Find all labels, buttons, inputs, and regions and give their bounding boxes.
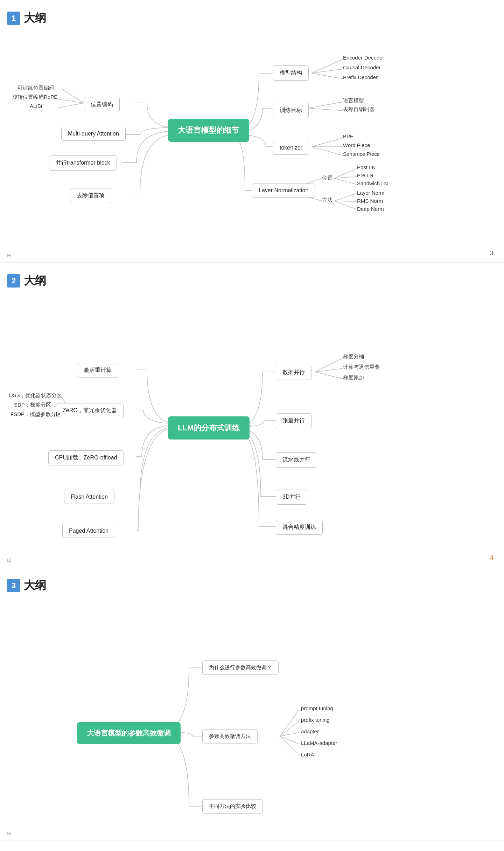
mindmap-2: LLM的分布式训练 数据并行 梯度分桶 计算与通信重叠 梯度累加 张量并行 流水… bbox=[7, 296, 497, 562]
node-3d-parallel: 3D并行 bbox=[276, 490, 307, 505]
page-icon-1: ⊞ bbox=[7, 252, 11, 258]
node-sandwich-ln: Sandwich LN bbox=[357, 180, 388, 186]
svg-line-16 bbox=[61, 89, 84, 103]
section-title-1: 大纲 bbox=[24, 11, 46, 26]
section-title-2: 大纲 bbox=[24, 273, 46, 289]
center-node-1: 大语言模型的细节 bbox=[168, 119, 249, 142]
node-gradient-bucket: 梯度分桶 bbox=[343, 353, 364, 360]
svg-line-13 bbox=[334, 193, 357, 201]
mindmap-3: 大语言模型的参数高效微调 为什么进行参数高效微调？ 参数高效微调方法 promp… bbox=[7, 600, 497, 838]
node-gradient-accum: 梯度累加 bbox=[343, 374, 364, 381]
svg-line-0 bbox=[312, 59, 343, 73]
node-method-label: 方法 bbox=[322, 197, 332, 203]
section-1: 1 大纲 bbox=[0, 0, 504, 263]
svg-line-14 bbox=[334, 201, 357, 201]
node-mixed-precision: 混合精度训练 bbox=[276, 520, 323, 535]
section-number-3: 3 bbox=[7, 579, 20, 592]
section-number-1: 1 bbox=[7, 12, 20, 25]
svg-line-27 bbox=[280, 733, 299, 736]
section-title-3: 大纲 bbox=[24, 578, 46, 593]
section-3: 3 大纲 大语言模型的参数高效微调 为什么进行参数高效微调？ 参数高效微调方法 … bbox=[0, 567, 504, 840]
lines-svg-1 bbox=[7, 33, 497, 264]
node-paged-attention: Paged Attention bbox=[62, 524, 115, 538]
svg-line-28 bbox=[280, 736, 299, 744]
center-node-3: 大语言模型的参数高效微调 bbox=[77, 722, 181, 744]
node-tensor-parallel: 张量并行 bbox=[276, 413, 312, 428]
section-header-3: 3 大纲 bbox=[7, 578, 497, 593]
node-position-label: 位置 bbox=[322, 175, 332, 181]
svg-line-15 bbox=[334, 201, 357, 209]
node-encoder-decoder: Encoder-Decoder bbox=[343, 55, 384, 61]
node-post-ln: Post LN bbox=[357, 164, 376, 170]
node-experiment-comparison: 不同方法的实验比较 bbox=[202, 799, 263, 814]
node-trainable-pos: 可训练位置编码 bbox=[18, 85, 54, 91]
node-fsdp: FSDP，模型参数分区 bbox=[10, 411, 61, 418]
node-comm-overlap: 计算与通信重叠 bbox=[343, 364, 380, 371]
node-data-parallel: 数据并行 bbox=[276, 365, 312, 380]
svg-line-11 bbox=[334, 177, 357, 178]
node-model-structure: 模型结构 bbox=[273, 65, 309, 81]
node-prefix-decoder: Prefix Decoder bbox=[343, 74, 378, 80]
node-training-target: 训练目标 bbox=[273, 103, 309, 118]
section-header-2: 2 大纲 bbox=[7, 273, 497, 289]
svg-line-12 bbox=[334, 178, 357, 185]
node-layer-norm: Layer Normalization bbox=[252, 184, 315, 198]
section-number-2: 2 bbox=[7, 274, 20, 288]
node-rms-norm: RMS Norm bbox=[357, 198, 383, 204]
node-adapter: adapter bbox=[301, 728, 319, 734]
node-zero: ZeRO，零冗余优化器 bbox=[56, 403, 124, 418]
node-lora: LoRA bbox=[301, 752, 314, 757]
svg-line-19 bbox=[315, 358, 343, 372]
svg-line-2 bbox=[312, 73, 343, 79]
node-denoising: 去噪自编码器 bbox=[343, 106, 374, 113]
svg-line-3 bbox=[308, 102, 343, 108]
section-header-1: 1 大纲 bbox=[7, 11, 497, 26]
node-prefix-tuning: prefix tuning bbox=[301, 717, 330, 723]
mindmap-1: 大语言模型的细节 模型结构 Encoder-Decoder Causal Dec… bbox=[7, 33, 497, 264]
svg-line-5 bbox=[312, 138, 343, 147]
svg-line-1 bbox=[312, 69, 343, 73]
node-word-piece: Word Piece bbox=[343, 142, 370, 148]
node-oss: OSS，优化器状态分区 bbox=[9, 392, 62, 399]
svg-line-7 bbox=[312, 147, 343, 155]
node-llama-adapter: LLaMA-adapter bbox=[301, 740, 337, 746]
node-sdp: SDP，梯度分区 bbox=[14, 402, 51, 408]
node-prompt-tuning: prompt tuning bbox=[301, 705, 333, 711]
page-num-2: 4 bbox=[490, 554, 493, 562]
svg-line-10 bbox=[334, 168, 357, 178]
lines-svg-2 bbox=[7, 296, 497, 562]
node-deep-norm: Deep Norm bbox=[357, 206, 384, 212]
node-activation-recompute: 激活重计算 bbox=[77, 363, 118, 378]
node-cpu-offload: CPU卸载，ZeRO-offload bbox=[48, 450, 124, 465]
svg-line-20 bbox=[315, 368, 343, 372]
node-rope: 旋转位置编码RoPE bbox=[12, 94, 57, 101]
svg-line-18 bbox=[58, 103, 84, 108]
node-alibi: ALiBi bbox=[30, 103, 42, 109]
node-layer-norm-method: Layer Norm bbox=[357, 190, 384, 196]
page-num-1: 3 bbox=[490, 250, 493, 257]
node-position-encoding: 位置编码 bbox=[84, 97, 120, 112]
center-node-2: LLM的分布式训练 bbox=[168, 416, 250, 440]
node-parallel-transformer: 并行transformer block bbox=[49, 155, 117, 171]
svg-line-21 bbox=[315, 372, 343, 379]
node-bpe: BPE bbox=[343, 133, 354, 139]
svg-line-26 bbox=[280, 721, 299, 736]
node-peft-methods: 参数高效微调方法 bbox=[202, 729, 258, 743]
node-pre-ln: Pre LN bbox=[357, 172, 373, 178]
node-remove-bias: 去除偏置项 bbox=[70, 188, 111, 203]
node-flash-attention: Flash Attention bbox=[64, 490, 114, 504]
section-2: 2 大纲 LLM的分布式训练 bbox=[0, 263, 504, 567]
node-multi-query: Multi-query Attention bbox=[61, 127, 126, 141]
node-causal-decoder: Causal Decoder bbox=[343, 64, 381, 70]
svg-line-25 bbox=[280, 710, 299, 736]
svg-line-29 bbox=[280, 736, 299, 756]
svg-line-4 bbox=[308, 108, 343, 111]
page-icon-2: ⊞ bbox=[7, 557, 11, 563]
node-tokenizer: tokenizer bbox=[273, 141, 309, 155]
node-why-peft: 为什么进行参数高效微调？ bbox=[202, 660, 279, 675]
page-icon-3: ⊞ bbox=[7, 830, 11, 836]
node-sentence-piece: Sentence Piece bbox=[343, 151, 380, 157]
node-language-model: 语言模型 bbox=[343, 97, 364, 104]
node-pipeline-parallel: 流水线并行 bbox=[276, 452, 317, 468]
